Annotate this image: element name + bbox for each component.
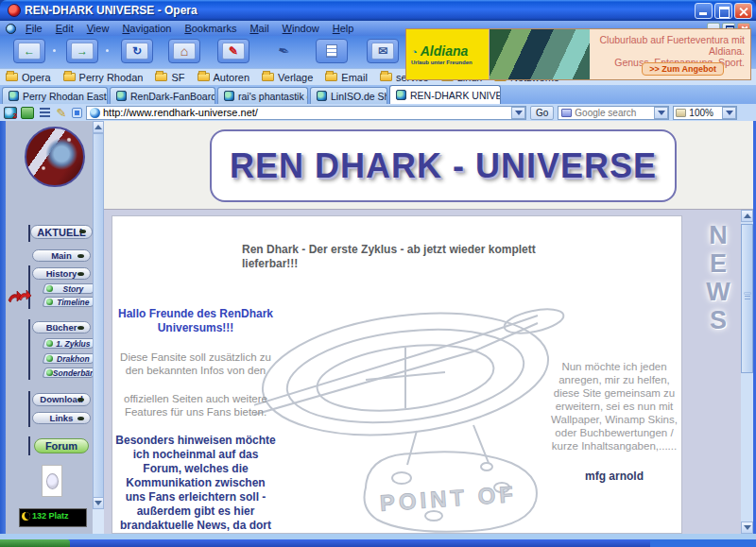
bookmark-folder-verlage[interactable]: Verlage	[262, 72, 313, 83]
sidebar-item-aktuell[interactable]: AKTUELL	[30, 225, 93, 239]
news-vertical-label: N E W S	[699, 221, 737, 334]
globe-icon	[6, 24, 16, 34]
sidebar-item-label: Drakhon	[53, 354, 94, 364]
tab-label: LinISO.de Shop	[331, 91, 387, 102]
help-request-paragraph: Nun möchte ich jeden anregen, mir zu hel…	[549, 360, 679, 453]
menu-window[interactable]: Window	[283, 23, 319, 34]
reload-button[interactable]: ↻	[121, 39, 153, 63]
zoom-dropdown-button[interactable]	[722, 107, 736, 119]
menu-navigation[interactable]: Navigation	[122, 23, 171, 34]
page-header-frame: REN DHARK - UNIVERSE	[104, 121, 753, 210]
folder-icon	[6, 73, 18, 81]
news-letter: E	[699, 249, 737, 278]
tab-perry-rhodan[interactable]: Perry Rhodan Eastsid...	[2, 87, 108, 104]
search-input[interactable]	[575, 108, 654, 118]
menu-help[interactable]: Help	[333, 23, 354, 34]
scroll-down-arrow[interactable]	[741, 521, 753, 534]
wand-button[interactable]: ✒	[267, 39, 300, 63]
home-button[interactable]: ⌂	[168, 39, 200, 63]
frame-toggle-icon[interactable]	[72, 108, 82, 118]
ad-cta-button[interactable]: >> Zum Angebot	[642, 62, 724, 76]
sidebar-divider	[28, 319, 30, 380]
page-scrollbar[interactable]	[741, 210, 753, 534]
sidebar-item-main[interactable]: Main	[32, 249, 91, 262]
sidebar-divider	[28, 391, 30, 427]
mail-button[interactable]: ✉	[367, 39, 399, 63]
go-button[interactable]: Go	[530, 106, 554, 120]
menu-edit[interactable]: Edit	[56, 23, 74, 34]
bookmark-label: Verlage	[278, 72, 313, 83]
menu-mail[interactable]: Mail	[249, 23, 268, 34]
bookmark-folder-perry-rhodan[interactable]: Perry Rhodan	[63, 72, 144, 83]
tab-rais-phantastik[interactable]: rai's phantastik ecke	[217, 87, 308, 104]
page-icon	[317, 91, 327, 101]
url-dropdown-button[interactable]	[511, 107, 525, 119]
restore-button[interactable]	[714, 3, 732, 19]
forward-arrow-icon: →	[71, 43, 94, 60]
scroll-up-arrow[interactable]	[741, 210, 753, 222]
title-bar[interactable]: REN-DHARK UNIVERSE - Opera	[0, 0, 756, 21]
ad-banner[interactable]: Aldiana Urlaub unter Freunden Cluburlaub…	[405, 28, 751, 80]
sidebar-item-timeline[interactable]: Timeline	[42, 297, 95, 307]
sidebar-scrollbar[interactable]	[93, 121, 104, 534]
signature: mfg arnold	[549, 470, 679, 483]
bookmark-folder-autoren[interactable]: Autoren	[198, 72, 250, 83]
sidebar-item-buecher[interactable]: Bücher	[32, 321, 91, 333]
intro-paragraph-1: Diese Fansite soll zusätzlich zu den bek…	[114, 350, 277, 377]
globe-badge-icon[interactable]: 2	[4, 107, 17, 119]
ring-spaceship-sketch: POINT OF	[254, 268, 566, 534]
page-body-frame: Ren Dhark - Der erste Zyklus - ab jetzt …	[104, 210, 753, 534]
wand-icon: ✒	[276, 42, 292, 61]
print-button[interactable]: ✎	[217, 39, 249, 63]
tab-ren-dhark-universe[interactable]: REN-DHARK UNIVERSE	[389, 85, 501, 104]
sidebar-item-history[interactable]: History	[32, 267, 91, 280]
site-globe-icon	[90, 108, 100, 118]
main-toolbar: ← → ↻ ⌂ ✎ ✒ ✉ Aldiana Urlaub unter Freun…	[0, 36, 756, 85]
ad-brand-tagline: Urlaub unter Freunden	[411, 60, 489, 65]
intro-paragraph-2: offiziellen Seiten auch weitere Features…	[114, 392, 277, 419]
forward-button[interactable]: →	[66, 39, 98, 63]
zoom-icon	[676, 109, 686, 117]
sidebar-item-forum[interactable]: Forum	[34, 438, 89, 453]
taskbar-tray-area	[650, 539, 756, 547]
scroll-up-arrow[interactable]	[93, 121, 104, 133]
start-button[interactable]	[0, 539, 70, 547]
fan-badge-image[interactable]	[42, 465, 62, 497]
url-input[interactable]	[103, 107, 511, 119]
tab-rendark-fanboard[interactable]: RenDark-FanBoard :: ...	[110, 87, 215, 104]
site-sidebar: AKTUELL Main History Story Timeline Büch…	[6, 121, 93, 534]
scrollbar-thumb[interactable]	[741, 224, 753, 373]
notes-button[interactable]	[316, 39, 348, 63]
scrollbar-thumb[interactable]	[93, 133, 104, 509]
sidebar-item-label: Timeline	[53, 298, 94, 307]
search-engine-icon	[561, 109, 572, 117]
news-letter: W	[699, 278, 737, 306]
news-letter: N	[699, 221, 737, 249]
pen-icon[interactable]: ✎	[55, 107, 68, 119]
menu-bookmarks[interactable]: Bookmarks	[184, 23, 236, 34]
bookmark-folder-opera[interactable]: Opera	[6, 72, 51, 83]
sidebar-item-story[interactable]: Story	[42, 283, 95, 294]
sidebar-item-drakhon[interactable]: Drakhon	[42, 353, 95, 364]
menu-view[interactable]: View	[87, 23, 110, 34]
bookmark-label: Opera	[22, 72, 51, 83]
bookmark-folder-sf[interactable]: SF	[155, 72, 184, 83]
sidebar-item-links[interactable]: Links	[32, 412, 91, 424]
sidebar-item-1-zyklus[interactable]: 1. Zyklus	[42, 338, 95, 349]
close-button[interactable]	[734, 3, 752, 19]
forum-note-paragraph: Besonders hinweisen möchte ich nocheinma…	[114, 434, 277, 534]
sidebar-item-sonderbaende[interactable]: Sonderbände	[42, 368, 95, 378]
menu-file[interactable]: File	[26, 23, 43, 34]
page-header-box: REN DHARK - UNIVERSE	[210, 129, 677, 202]
sidebar-item-download[interactable]: Download	[32, 393, 91, 406]
back-button[interactable]: ←	[13, 39, 45, 63]
lines-icon[interactable]	[38, 107, 51, 119]
folder-icon	[325, 73, 337, 81]
search-dropdown-button[interactable]	[654, 107, 668, 119]
minimize-button[interactable]	[695, 3, 713, 19]
images-toggle-icon[interactable]	[21, 107, 34, 119]
bookmark-folder-email[interactable]: Email	[325, 72, 368, 83]
tab-liniso-shop[interactable]: LinISO.de Shop	[310, 87, 387, 104]
scroll-down-arrow[interactable]	[93, 497, 104, 509]
topsites-counter-banner[interactable]: 132 Platz	[19, 508, 87, 527]
